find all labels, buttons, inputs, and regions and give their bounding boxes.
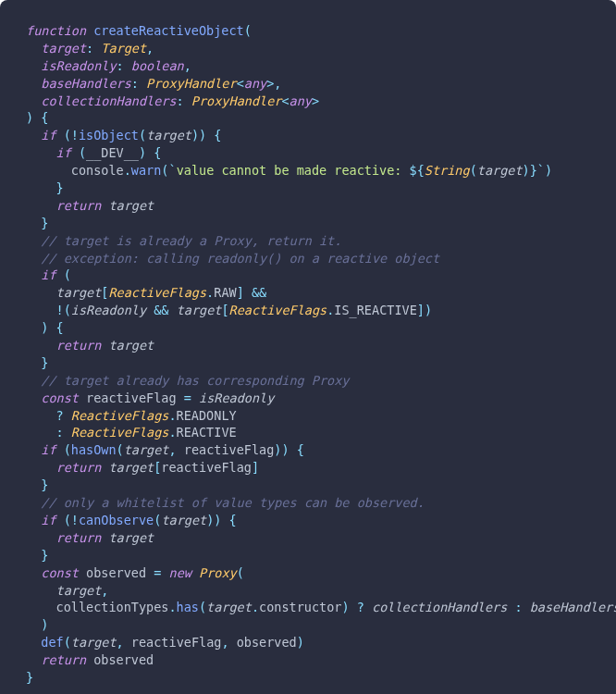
- comment: // target is already a Proxy, return it.: [41, 233, 341, 248]
- code-block: function createReactiveObject( target: T…: [0, 0, 616, 694]
- cls-reactiveflags: ReactiveFlags: [108, 285, 206, 300]
- type-target: Target: [101, 41, 146, 56]
- keyword-return: return: [56, 460, 102, 475]
- cls-reactiveflags: ReactiveFlags: [71, 408, 169, 423]
- var-isreadonly: isReadonly: [199, 390, 274, 405]
- ternary-q: ?: [56, 408, 64, 423]
- var-target: target: [108, 198, 154, 213]
- arg-target: target: [146, 128, 191, 143]
- paren-close: ): [214, 513, 221, 527]
- interp-end: }: [530, 163, 537, 178]
- eq: =: [154, 565, 161, 580]
- ternary-c: :: [514, 600, 522, 614]
- method-has: has: [177, 600, 199, 614]
- call-isobject: isObject: [79, 128, 139, 143]
- var-reactiveflag: reactiveFlag: [161, 460, 252, 475]
- interp-start: ${: [410, 163, 425, 178]
- comma: ,: [146, 41, 154, 56]
- paren: (: [79, 145, 86, 160]
- var-target: target: [108, 530, 154, 545]
- paren-close: ): [139, 145, 146, 160]
- arg-observed: observed: [237, 635, 297, 650]
- param-collectionhandlers: collectionHandlers: [41, 93, 176, 108]
- keyword-function: function: [26, 23, 86, 38]
- cls-reactiveflags: ReactiveFlags: [71, 425, 169, 440]
- and: &&: [154, 303, 168, 317]
- paren-close: ): [341, 600, 349, 614]
- paren: (: [117, 442, 124, 457]
- comma: ,: [169, 442, 177, 457]
- keyword-return: return: [56, 338, 102, 353]
- bracket: [: [221, 303, 228, 317]
- paren: (: [64, 513, 71, 527]
- comma: ,: [274, 76, 281, 91]
- var-target: target: [56, 285, 102, 300]
- var-isreadonly: isReadonly: [71, 303, 146, 317]
- colon: :: [177, 93, 184, 108]
- brace-close: }: [41, 216, 48, 230]
- var-observed: observed: [93, 652, 154, 667]
- cls-proxy: Proxy: [199, 565, 237, 580]
- dot: .: [168, 600, 176, 614]
- dot: .: [168, 408, 176, 423]
- comma: ,: [184, 58, 191, 73]
- backtick: `: [537, 163, 545, 178]
- keyword-return: return: [56, 198, 102, 213]
- paren-close: ): [41, 320, 48, 335]
- call-hasown: hasOwn: [71, 442, 117, 457]
- paren: (: [244, 23, 252, 38]
- keyword-if: if: [56, 145, 71, 160]
- paren-close: ): [297, 635, 304, 650]
- brace-close: }: [26, 670, 33, 685]
- type-boolean: boolean: [131, 58, 184, 73]
- arg-target: target: [56, 583, 102, 598]
- param-basehandlers: baseHandlers: [41, 76, 131, 91]
- brace-open: {: [214, 128, 221, 143]
- call-string: String: [425, 163, 470, 178]
- obj-console: console: [71, 163, 124, 178]
- colon: :: [86, 41, 93, 56]
- function-name: createReactiveObject: [93, 23, 244, 38]
- type-proxyhandler: ProxyHandler: [146, 76, 237, 91]
- cls-reactiveflags: ReactiveFlags: [229, 303, 327, 317]
- var-basehandlers: baseHandlers: [530, 600, 616, 614]
- bracket: ]: [252, 460, 259, 475]
- var-target: target: [108, 338, 154, 353]
- and: &&: [252, 285, 266, 300]
- arg-target: target: [71, 635, 117, 650]
- bang: !: [56, 303, 64, 317]
- code-content: function createReactiveObject( target: T…: [26, 22, 590, 687]
- member-reactive: REACTIVE: [177, 425, 237, 440]
- bracket: ]: [237, 285, 244, 300]
- string-literal: value cannot be made reactive:: [177, 163, 410, 178]
- brace-open: {: [229, 513, 237, 527]
- dot: .: [252, 600, 259, 614]
- comma: ,: [117, 635, 124, 650]
- brace-close: }: [41, 477, 48, 492]
- keyword-if: if: [41, 513, 55, 527]
- ternary-c: :: [56, 425, 64, 440]
- paren-close: ): [41, 617, 48, 632]
- comment: // only a whitelist of value types can b…: [41, 495, 425, 510]
- member-constructor: constructor: [259, 600, 341, 614]
- arg-reactiveflag: reactiveFlag: [131, 635, 222, 650]
- arg-target: target: [206, 600, 252, 614]
- dot: .: [124, 163, 131, 178]
- call-canobserve: canObserve: [79, 513, 154, 527]
- comma: ,: [221, 635, 228, 650]
- paren-close: ): [199, 128, 206, 143]
- keyword-const: const: [41, 565, 79, 580]
- var-dev: __DEV__: [86, 145, 139, 160]
- keyword-if: if: [41, 267, 55, 282]
- gt: >: [312, 93, 319, 108]
- paren: (: [64, 128, 71, 143]
- paren: (: [64, 442, 71, 457]
- paren: (: [199, 600, 206, 614]
- colon: :: [131, 76, 139, 91]
- brace-open: {: [297, 442, 304, 457]
- param-isreadonly: isReadonly: [41, 58, 116, 73]
- dot: .: [168, 425, 176, 440]
- brace-close: }: [41, 355, 48, 370]
- comment: // exception: calling readonly() on a re…: [41, 251, 439, 266]
- comment: // target already has corresponding Prox…: [41, 373, 349, 388]
